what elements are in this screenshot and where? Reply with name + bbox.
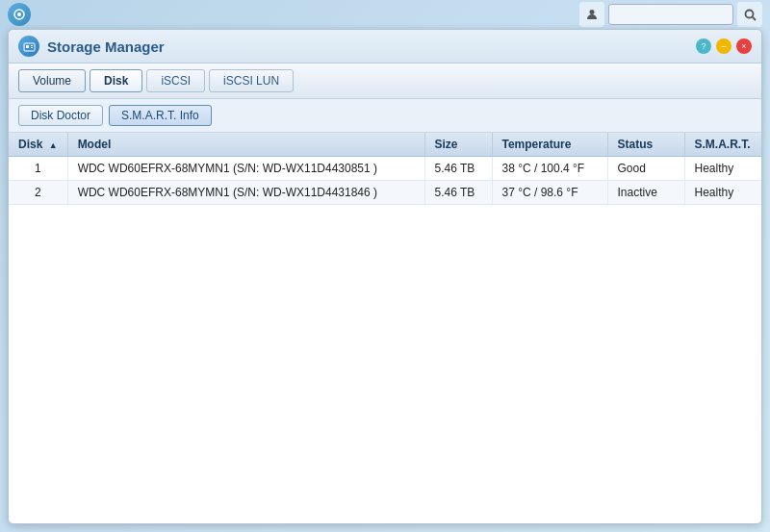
svg-point-3 [745,10,753,17]
action-bar: Disk Doctor S.M.A.R.T. Info [9,99,761,133]
table-header-row: Disk ▲ Model Size Temperature Status S.M… [9,133,761,157]
search-button[interactable] [737,2,762,27]
app-icon [8,3,31,26]
topbar-right: admin [579,2,762,27]
svg-point-1 [17,13,21,16]
tab-volume[interactable]: Volume [18,69,86,92]
svg-point-2 [590,10,595,14]
cell-disk-1: 2 [9,181,67,205]
col-header-disk[interactable]: Disk ▲ [9,133,67,157]
window-title-icon [18,36,39,57]
table-row: 2 WDC WD60EFRX-68MYMN1 (S/N: WD-WX11D443… [9,181,761,205]
search-input[interactable]: admin [608,4,733,25]
cell-model-0: WDC WD60EFRX-68MYMN1 (S/N: WD-WX11D44308… [67,157,424,181]
svg-rect-7 [31,45,33,46]
help-button[interactable]: ? [696,38,711,54]
table-body: 1 WDC WD60EFRX-68MYMN1 (S/N: WD-WX11D443… [9,157,761,205]
sort-arrow-disk: ▲ [49,140,58,150]
tab-bar: Volume Disk iSCSI iSCSI LUN [9,63,761,99]
tab-iscsi-lun[interactable]: iSCSI LUN [209,69,294,92]
svg-line-4 [752,16,755,19]
window-controls: ? – × [696,38,752,54]
table-row: 1 WDC WD60EFRX-68MYMN1 (S/N: WD-WX11D443… [9,157,761,181]
col-header-model: Model [67,133,424,157]
col-header-smart: S.M.A.R.T. [684,133,761,157]
svg-rect-6 [26,45,29,48]
topbar: admin [0,0,770,29]
smart-info-button[interactable]: S.M.A.R.T. Info [109,105,212,126]
cell-smart-0: Healthy [684,157,761,181]
disk-table-area: Disk ▲ Model Size Temperature Status S.M… [9,133,761,523]
cell-status-0: Good [607,157,684,181]
col-header-status: Status [607,133,684,157]
cell-temperature-1: 37 °C / 98.6 °F [492,181,607,205]
window-title: Storage Manager [47,38,688,55]
main-window: Storage Manager ? – × Volume Disk iSCSI … [8,29,762,524]
cell-disk-0: 1 [9,157,67,181]
cell-size-0: 5.46 TB [424,157,492,181]
col-header-size: Size [424,133,492,157]
disk-doctor-button[interactable]: Disk Doctor [18,105,103,126]
cell-size-1: 5.46 TB [424,181,492,205]
disk-table: Disk ▲ Model Size Temperature Status S.M… [9,133,761,205]
tab-iscsi[interactable]: iSCSI [146,69,205,92]
minimize-button[interactable]: – [716,38,732,54]
cell-status-1: Inactive [607,181,684,205]
svg-rect-8 [31,47,33,48]
svg-rect-5 [24,43,35,51]
tab-disk[interactable]: Disk [90,69,142,92]
cell-model-1: WDC WD60EFRX-68MYMN1 (S/N: WD-WX11D44318… [67,181,424,205]
topbar-left [8,3,31,26]
user-icon [579,2,604,27]
cell-temperature-0: 38 °C / 100.4 °F [492,157,607,181]
col-header-temperature: Temperature [492,133,607,157]
window-titlebar: Storage Manager ? – × [9,30,761,63]
cell-smart-1: Healthy [684,181,761,205]
close-button[interactable]: × [736,38,752,54]
